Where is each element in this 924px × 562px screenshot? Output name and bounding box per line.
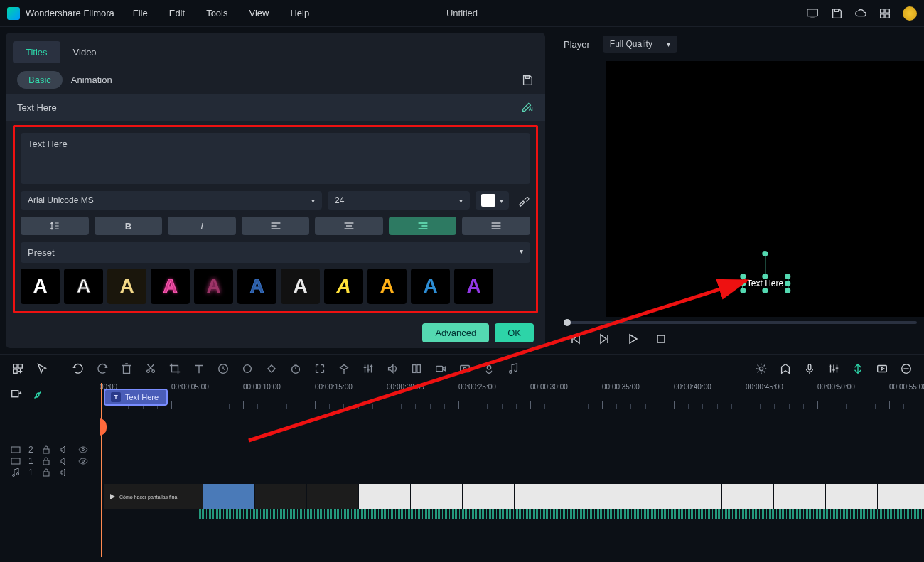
title-track-icon[interactable] (10, 444, 21, 455)
cut-icon[interactable] (144, 362, 157, 375)
advanced-button[interactable]: Advanced (422, 323, 489, 342)
resize-handle[interactable] (740, 288, 746, 293)
subtab-animation[interactable]: Animation (71, 75, 112, 85)
preset-6[interactable]: A (237, 269, 276, 304)
speed-icon[interactable] (217, 362, 230, 375)
save-preset-icon[interactable] (521, 74, 534, 87)
stop-icon[interactable] (655, 333, 667, 345)
add-track-icon[interactable] (10, 389, 23, 401)
preview-text-overlay[interactable]: Text Here (742, 276, 788, 291)
resize-handle[interactable] (762, 274, 768, 279)
cloud-icon[interactable] (854, 7, 867, 20)
title-text-input[interactable] (21, 133, 530, 184)
preset-11[interactable]: A (454, 269, 493, 304)
bold-button[interactable]: B (95, 217, 163, 235)
grid-icon[interactable] (879, 7, 891, 20)
resize-handle[interactable] (785, 274, 790, 279)
play-icon[interactable] (626, 333, 639, 345)
preset-2[interactable]: A (64, 269, 103, 304)
resize-handle[interactable] (762, 288, 768, 293)
mask-icon[interactable] (338, 362, 350, 375)
align-center-button[interactable] (315, 217, 383, 235)
mute-icon[interactable] (59, 455, 70, 467)
voiceover-icon[interactable] (483, 362, 495, 375)
preset-10[interactable]: A (411, 269, 450, 304)
save-icon[interactable] (830, 7, 843, 20)
snap-icon[interactable] (852, 362, 864, 375)
lock-icon[interactable] (41, 455, 52, 467)
audio-icon[interactable] (386, 362, 399, 375)
preset-7[interactable]: A (281, 269, 320, 304)
scrub-thumb[interactable] (564, 319, 571, 326)
playhead[interactable] (101, 383, 102, 557)
tab-video[interactable]: Video (60, 41, 109, 63)
delete-icon[interactable] (120, 362, 133, 375)
record-icon[interactable] (434, 362, 447, 375)
align-left-button[interactable] (242, 217, 310, 235)
align-justify-button[interactable] (462, 217, 530, 235)
player-scrubber[interactable] (564, 321, 917, 324)
crop-icon[interactable] (168, 362, 181, 375)
menu-file[interactable]: File (133, 8, 148, 18)
adjust-icon[interactable] (362, 362, 375, 375)
eyedropper-icon[interactable] (517, 194, 530, 207)
visibility-icon[interactable] (77, 455, 89, 467)
mute-icon[interactable] (59, 467, 70, 478)
preset-dropdown[interactable]: Preset ▾ (21, 242, 530, 263)
preset-1[interactable]: A (21, 269, 60, 304)
preset-9[interactable]: A (367, 269, 407, 304)
preset-4[interactable]: A (151, 269, 190, 304)
monitor-icon[interactable] (806, 7, 819, 20)
menu-edit[interactable]: Edit (169, 8, 185, 18)
mute-icon[interactable] (59, 444, 70, 455)
font-size-selector[interactable]: 24 ▾ (328, 191, 470, 210)
align-right-button[interactable] (389, 217, 457, 235)
audio-track-icon[interactable] (10, 467, 21, 478)
lock-icon[interactable] (41, 467, 52, 478)
title-clip[interactable]: T Text Here (104, 389, 168, 406)
keyframe-icon[interactable] (265, 362, 278, 375)
font-color-selector[interactable]: ▾ (476, 191, 509, 210)
focus-icon[interactable] (313, 362, 326, 375)
subtab-basic[interactable]: Basic (17, 71, 63, 89)
resize-handle[interactable] (785, 281, 790, 286)
mic-icon[interactable] (803, 362, 816, 375)
menu-tools[interactable]: Tools (206, 8, 227, 18)
link-icon[interactable] (31, 389, 44, 401)
cursor-icon[interactable] (36, 362, 48, 375)
redo-icon[interactable] (96, 362, 109, 375)
ai-edit-icon[interactable]: AI (521, 100, 534, 115)
undo-icon[interactable] (72, 362, 85, 375)
preset-8[interactable]: A (324, 269, 363, 304)
mixer-icon[interactable] (827, 362, 840, 375)
preset-3[interactable]: A (107, 269, 146, 304)
preset-5[interactable]: A (194, 269, 233, 304)
music-icon[interactable] (507, 362, 520, 375)
brightness-icon[interactable] (755, 362, 768, 375)
screenshot-icon[interactable] (458, 362, 471, 375)
user-avatar[interactable] (903, 6, 917, 21)
tab-titles[interactable]: Titles (13, 41, 60, 63)
menu-help[interactable]: Help (290, 8, 309, 18)
menu-view[interactable]: View (249, 8, 269, 18)
resize-handle[interactable] (740, 281, 746, 286)
text-icon[interactable] (193, 362, 205, 375)
resize-handle[interactable] (740, 274, 746, 279)
preview-viewport[interactable]: Text Here (606, 61, 924, 317)
ok-button[interactable]: OK (495, 323, 534, 342)
quality-selector[interactable]: Full Quality ▾ (603, 36, 677, 53)
italic-button[interactable]: I (168, 217, 236, 235)
line-spacing-button[interactable] (21, 217, 89, 235)
color-icon[interactable] (241, 362, 254, 375)
add-media-icon[interactable] (11, 362, 24, 375)
marker-icon[interactable] (779, 362, 792, 375)
time-ruler[interactable]: 00:0000:00:05:0000:00:10:0000:00:15:0000… (100, 383, 924, 409)
visibility-icon[interactable] (77, 444, 89, 455)
resize-handle[interactable] (785, 288, 790, 293)
rotate-handle[interactable] (762, 251, 768, 256)
next-frame-icon[interactable] (598, 333, 611, 345)
video-track-icon[interactable] (10, 455, 21, 467)
prev-frame-icon[interactable] (569, 333, 582, 345)
lock-icon[interactable] (41, 444, 52, 455)
zoom-out-icon[interactable] (900, 362, 913, 375)
